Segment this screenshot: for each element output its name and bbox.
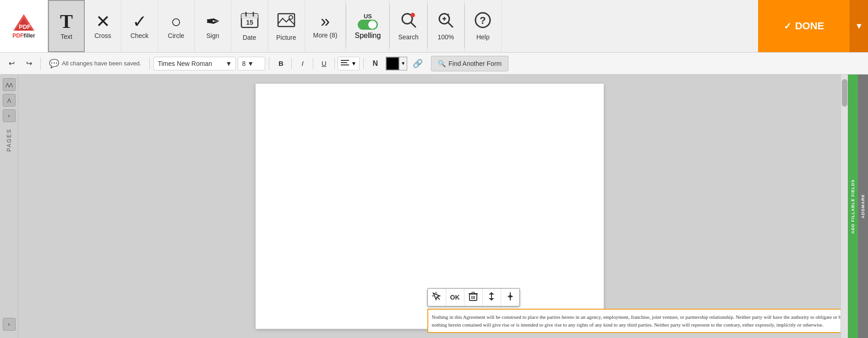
tbt-select-btn[interactable] xyxy=(428,289,446,306)
svg-point-12 xyxy=(410,13,415,17)
svg-rect-4 xyxy=(241,14,258,19)
font-name-select[interactable]: Times New Roman ▼ xyxy=(153,57,236,70)
toolbar-item-date[interactable]: 15 Date xyxy=(231,0,268,52)
text-direction-label: N xyxy=(373,59,378,68)
pages-scroll-top-top[interactable]: ⋀⋀ xyxy=(3,78,16,91)
logo-text: PDFfiller xyxy=(12,32,35,39)
help-label: Help xyxy=(476,33,490,41)
color-dropdown-icon: ▼ xyxy=(401,61,405,66)
link-button[interactable]: 🔗 xyxy=(410,56,426,71)
tbt-expand-btn[interactable] xyxy=(483,289,501,306)
status-text: All changes have been saved. xyxy=(62,60,141,67)
document-area[interactable]: OK xyxy=(18,75,841,338)
done-dropdown[interactable]: ▼ xyxy=(850,0,868,52)
align-dropdown-icon: ▼ xyxy=(351,60,356,67)
done-arrow-icon: ▼ xyxy=(855,21,863,31)
tbt-ok-btn[interactable]: OK xyxy=(446,289,464,306)
tbt-delete-icon xyxy=(469,291,478,304)
pages-scroll-down[interactable]: › xyxy=(3,318,16,331)
underline-button[interactable]: U xyxy=(316,56,332,71)
more-label: More (8) xyxy=(313,32,338,39)
zoom-label: 100% xyxy=(437,33,454,41)
font-size-select[interactable]: 8 ▼ xyxy=(238,57,265,70)
logo[interactable]: PDF PDFfiller xyxy=(0,0,48,52)
ft-sep-5 xyxy=(313,58,313,69)
svg-text:?: ? xyxy=(480,15,486,26)
logo-svg: PDF xyxy=(12,13,35,32)
svg-marker-37 xyxy=(508,296,513,298)
svg-line-23 xyxy=(437,297,440,300)
toolbar-item-picture[interactable]: Picture xyxy=(268,0,305,52)
pages-scroll-top[interactable]: ⋀ xyxy=(3,94,16,107)
toolbar-item-more[interactable]: » More (8) xyxy=(305,0,346,52)
sign-label: Sign xyxy=(206,32,219,39)
zoom-icon: + xyxy=(437,11,454,32)
addmark-sidebar[interactable]: ADDMARK xyxy=(858,75,868,338)
svg-line-14 xyxy=(448,22,453,27)
scroll-top-icon: ⋀ xyxy=(7,98,11,103)
align-button[interactable]: ▼ xyxy=(338,57,360,70)
pages-label: PAGES xyxy=(6,129,12,151)
undo-icon: ↩ xyxy=(9,59,15,68)
font-size-dropdown-icon: ▼ xyxy=(247,60,254,67)
redo-button[interactable]: ↪ xyxy=(21,56,37,71)
svg-marker-33 xyxy=(489,292,494,295)
status-area: 💬 All changes have been saved. xyxy=(44,59,146,69)
undo-button[interactable]: ↩ xyxy=(4,56,19,71)
align-icon xyxy=(341,59,349,68)
spelling-toggle[interactable] xyxy=(358,20,378,30)
more-icon: » xyxy=(321,13,330,30)
scroll-thumb[interactable] xyxy=(842,79,847,107)
done-group: ✓ DONE ▼ xyxy=(758,0,868,52)
tbt-expand-icon xyxy=(486,291,497,304)
document-text: Nothing in this Agreement will be constr… xyxy=(432,314,841,327)
tbt-delete-btn[interactable] xyxy=(464,289,483,306)
ft-sep-4 xyxy=(291,58,292,69)
toolbar-item-spelling[interactable]: US Spelling xyxy=(346,0,389,52)
toolbar-item-circle[interactable]: ○ Circle xyxy=(158,0,195,52)
cross-icon: ✕ xyxy=(96,13,110,30)
ft-sep-1 xyxy=(40,57,41,70)
color-dropdown-arrow[interactable]: ▼ xyxy=(399,57,407,70)
bold-button[interactable]: B xyxy=(273,56,289,71)
toolbar-item-help[interactable]: ? Help xyxy=(465,0,502,52)
main-area: ⋀⋀ ⋀ › PAGES › xyxy=(0,75,868,338)
fillable-fields-label: ADD FILLABLE FIELDS xyxy=(851,179,855,234)
date-icon: 15 xyxy=(240,11,259,32)
logo-icon: PDF PDFfiller xyxy=(12,13,35,39)
tbt-select-icon xyxy=(431,291,442,304)
circle-label: Circle xyxy=(168,32,185,39)
sign-icon: ✒ xyxy=(206,13,220,30)
ft-sep-2 xyxy=(149,57,150,70)
expand-icon: › xyxy=(8,113,10,119)
scrollbar[interactable] xyxy=(841,75,848,338)
color-picker[interactable]: ▼ xyxy=(386,57,407,70)
scroll-down-icon: › xyxy=(8,321,10,327)
tbt-collapse-btn[interactable] xyxy=(501,289,519,306)
done-button[interactable]: ✓ DONE xyxy=(758,0,850,52)
text-box-toolbar: OK xyxy=(427,288,520,306)
find-another-form-button[interactable]: 🔍 Find Another Form xyxy=(431,56,508,71)
toolbar-item-zoom[interactable]: + 100% xyxy=(428,0,464,52)
toolbar-item-search[interactable]: Search xyxy=(390,0,427,52)
text-direction-button[interactable]: N xyxy=(367,56,383,71)
spelling-label: Spelling xyxy=(355,32,381,40)
spelling-locale: US xyxy=(364,13,372,20)
tbt-ok-label: OK xyxy=(450,294,460,301)
add-fillable-fields-sidebar[interactable]: ADD FILLABLE FIELDS xyxy=(848,75,858,338)
pages-expand[interactable]: › xyxy=(3,109,16,122)
document-page: OK xyxy=(256,84,604,329)
toolbar-item-cross[interactable]: ✕ Cross xyxy=(85,0,121,52)
ft-sep-3 xyxy=(269,57,269,70)
redo-icon: ↪ xyxy=(26,59,32,68)
toolbar-item-text[interactable]: T Text xyxy=(48,0,85,52)
toolbar-item-sign[interactable]: ✒ Sign xyxy=(195,0,231,52)
text-content-box[interactable]: Nothing in this Agreement will be constr… xyxy=(427,309,841,333)
top-toolbar: PDF PDFfiller T Text ✕ Cross ✓ Check ○ C… xyxy=(0,0,868,53)
help-icon: ? xyxy=(474,11,491,32)
search-icon xyxy=(400,11,417,32)
toolbar-item-check[interactable]: ✓ Check xyxy=(121,0,158,52)
italic-button[interactable]: I xyxy=(295,56,310,71)
svg-text:PDF: PDF xyxy=(19,23,31,30)
tbt-collapse-icon xyxy=(505,291,515,304)
